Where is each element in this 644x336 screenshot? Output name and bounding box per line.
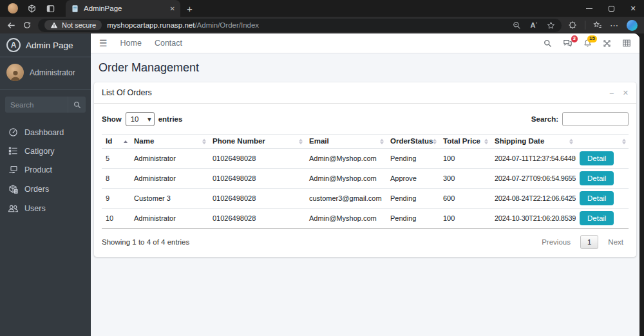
notifications-bell-icon[interactable]: 15 — [583, 39, 592, 48]
zoom-out-icon[interactable] — [513, 21, 521, 30]
column-header-phone[interactable]: Phone Number — [209, 135, 305, 149]
pagination-current-page[interactable]: 1 — [580, 235, 598, 249]
fullscreen-icon[interactable] — [603, 39, 611, 48]
window-minimize-button[interactable] — [578, 0, 600, 17]
sidebar-item-users[interactable]: Users — [0, 199, 91, 218]
back-icon[interactable] — [6, 21, 16, 30]
new-tab-button[interactable]: + — [187, 4, 193, 14]
cell-total: 300 — [439, 169, 491, 189]
sidebar-search — [5, 97, 86, 113]
column-header-actions[interactable] — [576, 135, 629, 149]
user-panel[interactable]: Administrator — [0, 57, 91, 89]
orders-table-body: 5 Administrator 01026498028 Admin@Myshop… — [102, 149, 629, 229]
sidebar-toggle-icon[interactable]: ☰ — [99, 38, 108, 48]
sidebar-item-label: Product — [24, 165, 52, 174]
grid-icon[interactable] — [622, 39, 631, 48]
detail-button[interactable]: Detail — [580, 191, 614, 205]
notifications-badge: 15 — [587, 35, 597, 42]
brand-logo-icon: A — [6, 38, 21, 52]
table-row: 9 Customer 3 01026498028 customer3@gmail… — [102, 189, 629, 209]
cell-id: 9 — [102, 189, 130, 209]
pagination: Previous 1 Next — [536, 235, 629, 249]
table-row: 5 Administrator 01026498028 Admin@Myshop… — [102, 149, 629, 169]
table-search-input[interactable] — [562, 112, 629, 126]
cell-name: Administrator — [130, 169, 209, 189]
cell-date: 2024-10-30T21:06:20.8539318 — [491, 209, 576, 229]
sidebar-item-orders[interactable]: Orders — [0, 180, 91, 199]
browser-toolbar: Not secure myshopcartapp.runasp.net/Admi… — [0, 17, 644, 33]
read-aloud-icon[interactable]: Aʾ — [530, 21, 538, 29]
detail-button[interactable]: Detail — [580, 151, 614, 165]
sidebar-search-input[interactable] — [5, 97, 68, 113]
window-close-button[interactable]: ✕ — [622, 0, 644, 17]
sidebar-brand[interactable]: A Admin Page — [0, 33, 91, 57]
cell-name: Administrator — [130, 149, 209, 169]
browser-tab[interactable]: AdminPage ✕ — [66, 0, 180, 17]
cell-date: 2024-07-11T12:37:54.6448001 — [491, 149, 576, 169]
cell-actions: Detail — [576, 189, 629, 209]
navbar-search-icon[interactable] — [544, 39, 552, 48]
brand-label: Admin Page — [26, 41, 73, 50]
cell-phone: 01026498028 — [209, 209, 305, 229]
column-header-id[interactable]: Id — [102, 135, 130, 149]
sidebar-item-dashboard[interactable]: Dashboard — [0, 123, 91, 142]
cell-actions: Detail — [576, 169, 629, 189]
card-collapse-icon[interactable]: – — [610, 89, 614, 97]
pagination-previous[interactable]: Previous — [536, 236, 576, 248]
messages-icon[interactable]: 3 — [563, 39, 573, 48]
tab-actions-icon[interactable] — [46, 4, 55, 14]
favorites-bar-icon[interactable] — [593, 21, 602, 30]
table-info: Showing 1 to 4 of 4 entries — [102, 238, 189, 246]
detail-button[interactable]: Detail — [580, 171, 614, 185]
table-header-row: Id Name Phone Number Email OrderStatus T… — [102, 135, 629, 149]
address-bar[interactable]: Not secure myshopcartapp.runasp.net/Admi… — [38, 19, 562, 32]
sidebar: A Admin Page Administrator Dashboard — [0, 33, 91, 336]
page-content: A Admin Page Administrator Dashboard — [0, 33, 639, 336]
main-area: ☰ Home Contact 3 15 — [91, 33, 639, 336]
sidebar-item-product[interactable]: Product — [0, 160, 91, 180]
column-header-total[interactable]: Total Price — [439, 135, 491, 149]
cell-status: Pending — [386, 189, 439, 209]
column-header-status[interactable]: OrderStatus — [386, 135, 439, 149]
user-avatar — [6, 64, 24, 81]
cell-id: 5 — [102, 149, 130, 169]
detail-button[interactable]: Detail — [580, 211, 614, 225]
column-header-name[interactable]: Name — [130, 135, 209, 149]
cell-email: Admin@Myshop.com — [305, 149, 386, 169]
cell-phone: 01026498028 — [209, 169, 305, 189]
browser-menu-icon[interactable]: ⋯ — [610, 21, 619, 30]
cell-id: 10 — [102, 209, 130, 229]
messages-badge: 3 — [571, 35, 578, 42]
cell-status: Pending — [386, 149, 439, 169]
nav-link-contact[interactable]: Contact — [155, 39, 182, 48]
card-title: List Of Orders — [102, 88, 152, 97]
table-row: 8 Administrator 01026498028 Admin@Myshop… — [102, 169, 629, 189]
tab-title: AdminPage — [84, 5, 166, 12]
column-header-email[interactable]: Email — [305, 135, 386, 149]
cell-date: 2024-08-24T22:12:06.6425067 — [491, 189, 576, 209]
refresh-icon[interactable] — [23, 21, 32, 30]
window-maximize-button[interactable] — [600, 0, 622, 17]
sidebar-search-button[interactable] — [68, 97, 86, 113]
nav-link-home[interactable]: Home — [120, 39, 142, 48]
url-text[interactable]: myshopcartapp.runasp.net/Admin/Order/Ind… — [107, 21, 259, 29]
users-icon — [8, 203, 19, 213]
sidebar-item-label: Users — [24, 204, 46, 213]
gear-icon[interactable] — [568, 21, 577, 30]
card-header: List Of Orders – ✕ — [94, 82, 636, 104]
sidebar-item-category[interactable]: Catigory — [0, 142, 91, 160]
cell-total: 100 — [439, 209, 491, 229]
copilot-icon[interactable] — [627, 20, 638, 31]
workspaces-cube-icon[interactable] — [27, 4, 37, 14]
browser-profile-avatar-icon[interactable] — [8, 3, 18, 14]
card-close-icon[interactable]: ✕ — [623, 89, 629, 97]
favorite-star-icon[interactable] — [547, 21, 555, 30]
entries-select[interactable]: 10 ▾ — [126, 112, 155, 126]
table-row: 10 Administrator 01026498028 Admin@Mysho… — [102, 209, 629, 229]
pagination-next[interactable]: Next — [603, 236, 629, 248]
tab-close-icon[interactable]: ✕ — [170, 5, 175, 12]
cell-id: 8 — [102, 169, 130, 189]
table-search-control: Search: — [531, 112, 629, 126]
column-header-date[interactable]: Shipping Date — [491, 135, 576, 149]
security-chip[interactable]: Not secure — [44, 20, 102, 30]
